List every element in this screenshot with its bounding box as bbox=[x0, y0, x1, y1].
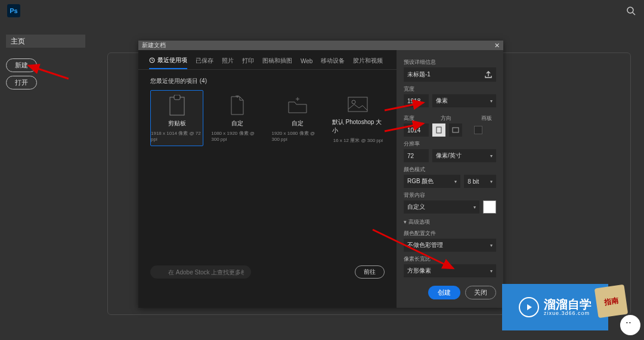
preset-name: 默认 Photoshop 大小 bbox=[332, 118, 384, 135]
export-preset-icon[interactable] bbox=[484, 70, 493, 79]
mascot-icon bbox=[619, 314, 642, 336]
artboard-label: 画板 bbox=[481, 115, 492, 122]
clock-icon bbox=[149, 57, 155, 63]
play-icon bbox=[519, 297, 539, 317]
open-button[interactable]: 打开 bbox=[6, 76, 37, 89]
tab-film[interactable]: 胶片和视频 bbox=[353, 54, 383, 69]
watermark-badge: 溜溜自学 zixue.3d66.com bbox=[502, 284, 608, 330]
height-input[interactable] bbox=[404, 123, 429, 137]
recent-heading: 您最近使用的项目 (4) bbox=[138, 70, 397, 90]
dialog-title: 新建文档 bbox=[142, 41, 166, 50]
bitdepth-select[interactable]: 8 bit▾ bbox=[464, 175, 496, 188]
preset-default[interactable]: 默认 Photoshop 大小 16 x 12 厘米 @ 300 ppi bbox=[332, 90, 385, 146]
tab-saved[interactable]: 已保存 bbox=[196, 54, 213, 69]
width-input[interactable] bbox=[404, 94, 429, 107]
chevron-down-icon: ▾ bbox=[490, 98, 493, 104]
pixel-aspect-label: 像素长宽比 bbox=[404, 255, 496, 263]
preset-custom-2[interactable]: 自定 1920 x 1080 像素 @ 300 ppi bbox=[271, 90, 324, 146]
svg-rect-4 bbox=[174, 95, 180, 100]
close-button[interactable]: 关闭 bbox=[465, 286, 496, 299]
width-label: 宽度 bbox=[404, 85, 496, 93]
bgcontent-label: 背景内容 bbox=[404, 191, 496, 199]
app-topbar: Ps bbox=[0, 0, 644, 21]
tab-art[interactable]: 图稿和插图 bbox=[262, 54, 292, 69]
chevron-down-icon: ▾ bbox=[473, 205, 476, 210]
preset-sub: 1080 x 1920 像素 @ 300 ppi bbox=[211, 130, 263, 142]
resolution-label: 分辨率 bbox=[404, 140, 496, 148]
colormode-label: 颜色模式 bbox=[404, 166, 496, 174]
pixel-aspect-select[interactable]: 方形像素▾ bbox=[404, 264, 496, 277]
preset-grid: 剪贴板 1918 x 1014 像素 @ 72 ppi 自定 1080 x 19… bbox=[138, 90, 397, 146]
tab-label: 最近使用项 bbox=[157, 56, 187, 64]
image-icon bbox=[345, 93, 370, 116]
details-header: 预设详细信息 bbox=[404, 58, 496, 66]
color-profile-select[interactable]: 不做色彩管理▾ bbox=[404, 239, 496, 252]
artboard-checkbox[interactable] bbox=[474, 126, 482, 134]
svg-rect-9 bbox=[348, 97, 367, 112]
chevron-down-icon: ▾ bbox=[490, 268, 493, 274]
chevron-down-icon: ▾ bbox=[490, 243, 493, 248]
new-button[interactable]: 新建 bbox=[6, 58, 37, 72]
resolution-unit-select[interactable]: 像素/英寸▾ bbox=[432, 149, 496, 162]
orientation-label: 方向 bbox=[441, 115, 469, 122]
colormode-select[interactable]: RGB 颜色▾ bbox=[404, 175, 460, 188]
close-icon[interactable]: ✕ bbox=[494, 42, 500, 50]
bgcontent-select[interactable]: 自定义▾ bbox=[404, 200, 479, 214]
bg-color-swatch[interactable] bbox=[483, 200, 496, 214]
watermark-brand: 溜溜自学 bbox=[544, 298, 592, 310]
doc-name-input[interactable] bbox=[407, 72, 484, 78]
preset-name: 自定 bbox=[292, 119, 304, 128]
preset-sub: 1920 x 1080 像素 @ 300 ppi bbox=[272, 130, 324, 142]
resolution-input[interactable] bbox=[404, 149, 429, 162]
chevron-down-icon: ▾ bbox=[490, 179, 493, 184]
svg-rect-13 bbox=[436, 127, 441, 133]
preset-clipboard[interactable]: 剪贴板 1918 x 1014 像素 @ 72 ppi bbox=[150, 90, 203, 146]
watermark-url: zixue.3d66.com bbox=[544, 310, 592, 316]
orientation-portrait[interactable] bbox=[432, 123, 445, 137]
svg-line-1 bbox=[633, 13, 635, 15]
orientation-landscape[interactable] bbox=[449, 123, 462, 137]
category-tabbar: 最近使用项 已保存 照片 打印 图稿和插图 Web 移动设备 胶片和视频 bbox=[138, 50, 397, 70]
preset-sub: 16 x 12 厘米 @ 300 ppi bbox=[333, 137, 383, 144]
stock-search-input[interactable] bbox=[150, 265, 251, 279]
guide-badge: 指南 bbox=[595, 285, 628, 318]
create-button[interactable]: 创建 bbox=[428, 286, 460, 299]
clipboard-icon bbox=[165, 94, 190, 117]
dialog-left-panel: 最近使用项 已保存 照片 打印 图稿和插图 Web 移动设备 胶片和视频 您最近… bbox=[138, 50, 397, 308]
tab-recent[interactable]: 最近使用项 bbox=[149, 54, 187, 69]
adobe-stock-bar: 前往 bbox=[150, 265, 385, 279]
tab-mobile[interactable]: 移动设备 bbox=[321, 54, 345, 69]
new-document-dialog: 新建文档 ✕ 最近使用项 已保存 照片 打印 图稿和插图 Web 移动设备 胶片… bbox=[138, 41, 503, 308]
chevron-down-icon: ▾ bbox=[454, 179, 457, 184]
advanced-toggle[interactable]: ▾ 高级选项 bbox=[404, 218, 496, 226]
tab-web[interactable]: Web bbox=[301, 54, 312, 69]
folder-icon bbox=[285, 94, 310, 117]
preset-custom-1[interactable]: 自定 1080 x 1920 像素 @ 300 ppi bbox=[210, 90, 264, 146]
height-label: 高度 bbox=[404, 115, 429, 122]
stock-go-button[interactable]: 前往 bbox=[355, 265, 385, 279]
chevron-down-icon: ▾ bbox=[404, 219, 407, 225]
svg-point-0 bbox=[627, 7, 633, 13]
tab-print[interactable]: 打印 bbox=[242, 54, 254, 69]
svg-rect-14 bbox=[453, 128, 459, 132]
svg-point-10 bbox=[352, 100, 355, 104]
tab-photo[interactable]: 照片 bbox=[222, 54, 234, 69]
chevron-down-icon: ▾ bbox=[490, 153, 493, 159]
search-icon[interactable] bbox=[626, 6, 636, 16]
width-unit-select[interactable]: 像素▾ bbox=[432, 94, 496, 107]
ps-logo-icon: Ps bbox=[7, 4, 20, 17]
preset-name: 自定 bbox=[231, 119, 243, 128]
preset-sub: 1918 x 1014 像素 @ 72 ppi bbox=[151, 130, 203, 142]
file-icon bbox=[225, 94, 250, 117]
color-profile-label: 颜色配置文件 bbox=[404, 230, 496, 237]
preset-details-panel: 预设详细信息 宽度 像素▾ 高度 方向 画板 bbox=[397, 50, 503, 308]
home-button[interactable]: 主页 bbox=[6, 35, 85, 48]
dialog-titlebar: 新建文档 ✕ bbox=[138, 41, 503, 50]
preset-name: 剪贴板 bbox=[168, 119, 186, 128]
home-sidebar: 主页 新建 打开 bbox=[6, 35, 85, 93]
